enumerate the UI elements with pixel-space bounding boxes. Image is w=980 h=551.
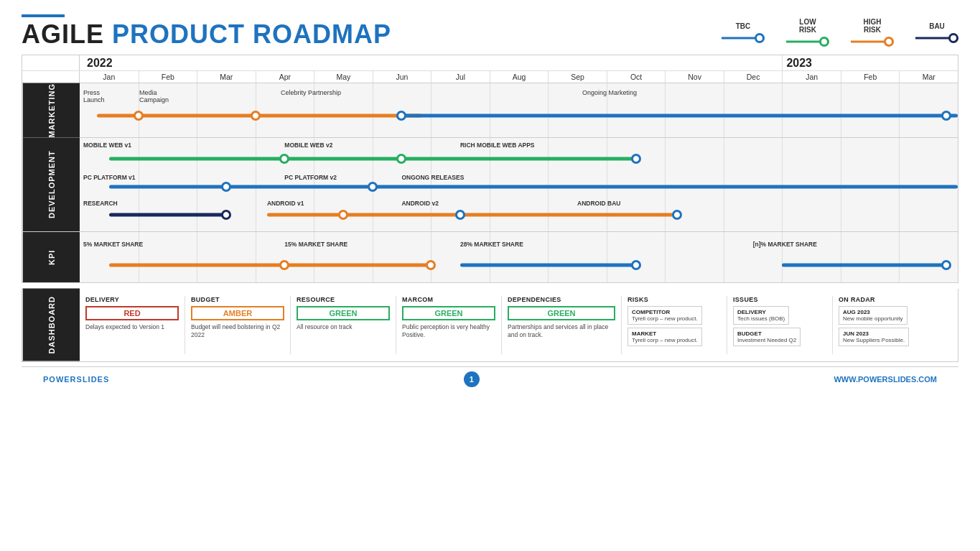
issue-delivery: DELIVERY Tech issues (BOB) [733, 306, 789, 325]
legend-low-risk: LOWRISK [786, 18, 829, 47]
month-header-content: Jan Feb Mar Apr May Jun Jul Aug Sep Oct … [80, 71, 958, 83]
dashboard-risks: RISKS COMPETITOR Tyrell corp – new produ… [627, 296, 721, 354]
divider2 [290, 296, 291, 354]
dev-orange-dot3 [672, 210, 682, 220]
month-jan2: Jan [782, 71, 841, 83]
footer-page: 1 [464, 371, 480, 387]
pc-platform-v2-label: PC PLATFORM v2 [284, 174, 337, 181]
pc-platform-v1-label: PC PLATFORM v1 [83, 174, 136, 181]
radar-jun-text: New Suppliers Possible. [843, 337, 905, 343]
month-apr: Apr [256, 71, 314, 83]
legend-high-risk: HIGHRISK [851, 18, 894, 47]
divider6 [727, 296, 727, 354]
kpi-28pct-label: 28% MARKET SHARE [460, 241, 523, 248]
dashboard-onradar: ON RADAR AUG 2023 New mobile opportunity… [839, 296, 932, 354]
dashboard-content: DELIVERY RED Delays expected to Version … [80, 289, 958, 361]
kpi-content: 5% MARKET SHARE 15% MARKET SHARE 28% MAR… [80, 232, 958, 282]
kpi-label: KPI [22, 232, 80, 282]
marketing-bar-blue [401, 114, 958, 117]
ongoing-marketing-label: Ongoing Marketing [582, 89, 637, 96]
resource-badge: GREEN [297, 306, 390, 320]
kpi-blue-dot2 [941, 260, 951, 270]
marcom-text: Public perception is very healthy Positi… [402, 323, 495, 339]
marketing-dot-mar [251, 111, 261, 121]
month-jun: Jun [373, 71, 431, 83]
delivery-title: DELIVERY [85, 296, 119, 303]
kpi-orange-bar2 [284, 263, 431, 267]
issue-budget-label: BUDGET [737, 330, 796, 337]
dependencies-badge: GREEN [508, 306, 615, 320]
android-v1-label: ANDROID v1 [267, 200, 304, 207]
legend-bau: BAU [915, 22, 958, 43]
kpi-orange-bar1 [109, 263, 285, 267]
divider4 [501, 296, 502, 354]
legend: TBC LOWRISK HIGHRISK [722, 14, 958, 47]
dev-blue-dot2 [368, 182, 378, 192]
year-spacer [22, 55, 80, 70]
dashboard-issues: ISSUES DELIVERY Tech issues (BOB) BUDGET… [733, 296, 826, 354]
onradar-title: ON RADAR [839, 296, 875, 303]
dev-blue-dot1 [221, 182, 231, 192]
dev-green-dot1 [279, 154, 289, 164]
month-mar: Mar [197, 71, 256, 83]
risks-title: RISKS [627, 296, 648, 303]
mobile-web-v1-label: MOBILE WEB v1 [83, 142, 131, 149]
marketing-label: MARKETING [22, 83, 80, 138]
press-launch-label: PressLaunch [83, 89, 105, 103]
radar-jun: JUN 2023 New Suppliers Possible. [839, 328, 909, 346]
budget-text: Budget will need bolstering in Q2 2022 [191, 323, 284, 339]
month-sep: Sep [548, 71, 607, 83]
month-nov: Nov [665, 71, 724, 83]
marketing-dot-end [941, 111, 951, 121]
dev-darkblue-bar [109, 213, 226, 216]
month-dec: Dec [724, 71, 783, 83]
kpi-n-label: [n]% MARKET SHARE [753, 241, 817, 248]
month-jan1: Jan [80, 71, 139, 83]
radar-aug-label: AUG 2023 [843, 309, 903, 315]
month-feb2: Feb [841, 71, 900, 83]
title-block: AGILE PRODUCT ROADMAP [22, 14, 391, 49]
dev-orange-bar [267, 213, 677, 216]
budget-title: BUDGET [191, 296, 220, 303]
divider1 [185, 296, 185, 354]
legend-low-risk-label: LOWRISK [799, 18, 816, 34]
issue-budget: BUDGET Investment Needed Q2 [733, 328, 801, 346]
resource-title: RESOURCE [297, 296, 335, 303]
marcom-badge: GREEN [402, 306, 495, 320]
risk-market-label: MARKET [632, 330, 698, 337]
legend-high-risk-label: HIGHRISK [864, 18, 882, 34]
marketing-grid [80, 83, 958, 138]
dashboard-dependencies: DEPENDENCIES GREEN Partnerships and serv… [508, 296, 615, 354]
marketing-dot-jun [396, 111, 406, 121]
dashboard-marcom: MARCOM GREEN Public perception is very h… [402, 296, 495, 354]
page: AGILE PRODUCT ROADMAP TBC LOWRISK HIGHR [0, 0, 980, 551]
divider5 [621, 296, 622, 354]
dev-orange-dot2 [455, 210, 465, 220]
month-spacer [22, 71, 80, 83]
divider3 [396, 296, 396, 354]
kpi-row: KPI 5% MARKET SHARE 15% MARKET SHARE 28%… [22, 232, 958, 282]
issue-delivery-text: Tech issues (BOB) [737, 315, 785, 322]
kpi-blue-dot1 [631, 260, 641, 270]
kpi-blue-bar2 [782, 263, 946, 267]
header: AGILE PRODUCT ROADMAP TBC LOWRISK HIGHR [22, 14, 958, 49]
footer: POWERSLIDES 1 WWW.POWERSLIDES.COM [22, 366, 958, 387]
radar-aug: AUG 2023 New mobile opportunity [839, 306, 907, 325]
kpi-orange-dot2 [426, 260, 436, 270]
issue-budget-text: Investment Needed Q2 [737, 337, 796, 343]
dev-green-dot3 [631, 154, 641, 164]
year-2023: 2023 [782, 55, 958, 70]
dependencies-title: DEPENDENCIES [508, 296, 561, 303]
legend-tbc: TBC [722, 22, 765, 43]
dashboard-resource: RESOURCE GREEN All resource on track [297, 296, 390, 354]
kpi-5pct-label: 5% MARKET SHARE [83, 241, 143, 248]
month-oct: Oct [607, 71, 666, 83]
divider7 [832, 296, 833, 354]
marketing-row: MARKETING PressLaunch MediaCampaign Cele… [22, 83, 958, 139]
android-bau-label: ANDROID BAU [577, 200, 620, 207]
radar-aug-text: New mobile opportunity [843, 315, 903, 322]
celebrity-partnership-label: Celebrity Partnership [281, 89, 341, 96]
issue-delivery-label: DELIVERY [737, 309, 785, 315]
footer-website: WWW.POWERSLIDES.COM [834, 375, 937, 384]
timeline-container: 2022 2023 Jan Feb Mar Apr May Jun Jul Au… [22, 55, 958, 284]
